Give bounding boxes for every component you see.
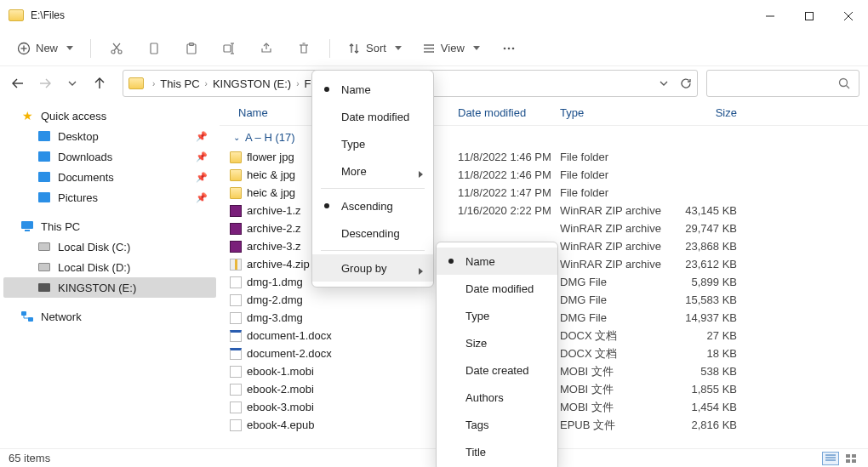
menu-label: Size xyxy=(465,337,487,350)
file-size: 5,899 KB xyxy=(662,276,747,288)
new-button[interactable]: New xyxy=(9,34,82,63)
label: Network xyxy=(41,310,82,323)
rar-icon xyxy=(230,223,242,235)
menu-item[interactable]: Type xyxy=(437,302,557,329)
menu-item[interactable]: Group by xyxy=(312,254,433,282)
file-type: DMG File xyxy=(560,276,662,288)
menu-item[interactable]: More xyxy=(312,157,433,185)
details-view-icon[interactable] xyxy=(822,452,839,465)
dmg-icon xyxy=(230,294,242,306)
doc-icon xyxy=(230,330,242,342)
group-label: A – H (17) xyxy=(245,131,295,144)
sidebar-item[interactable]: Documents📌 xyxy=(3,167,216,187)
chevron-right-icon[interactable]: › xyxy=(294,79,300,88)
file-type: WinRAR ZIP archive xyxy=(560,222,662,235)
chevron-right-icon[interactable]: › xyxy=(203,79,209,88)
svg-rect-26 xyxy=(21,221,33,229)
col-size[interactable]: Size xyxy=(662,106,747,119)
file-type: File folder xyxy=(560,186,662,199)
search-icon xyxy=(838,77,850,89)
sidebar-drive[interactable]: KINGSTON (E:) xyxy=(3,277,216,298)
chevron-down-icon[interactable] xyxy=(660,79,668,88)
sidebar-item[interactable]: Desktop📌 xyxy=(3,126,216,146)
sort-button[interactable]: Sort xyxy=(339,34,410,63)
file-size: 18 KB xyxy=(662,347,747,360)
svg-point-23 xyxy=(512,47,515,49)
svg-rect-28 xyxy=(21,311,26,316)
file-size: 23,612 KB xyxy=(662,258,747,271)
back-button[interactable] xyxy=(9,74,27,93)
sidebar-item[interactable]: Pictures📌 xyxy=(3,187,216,208)
recent-button[interactable] xyxy=(63,74,82,93)
rename-button[interactable] xyxy=(212,34,246,63)
search-input[interactable] xyxy=(706,70,859,97)
sidebar-item[interactable]: Downloads📌 xyxy=(3,146,216,167)
sidebar-drive[interactable]: Local Disk (D:) xyxy=(3,257,216,277)
nav-sidebar: ★Quick access Desktop📌Downloads📌Document… xyxy=(0,100,220,448)
menu-item[interactable]: Authors xyxy=(437,384,557,411)
menu-item[interactable]: Title xyxy=(437,438,557,465)
file-size: 15,583 KB xyxy=(662,293,747,306)
col-type[interactable]: Type xyxy=(560,106,662,119)
view-button[interactable]: View xyxy=(414,34,488,63)
item-count: 65 items xyxy=(9,452,50,464)
more-button[interactable] xyxy=(492,34,526,63)
sidebar-quick-access[interactable]: ★Quick access xyxy=(3,105,216,126)
mobi-icon xyxy=(230,366,242,378)
paste-button[interactable] xyxy=(174,34,208,63)
file-size: 14,937 KB xyxy=(662,311,747,324)
file-size: 43,145 KB xyxy=(662,204,747,217)
file-size: 1,454 KB xyxy=(662,401,747,413)
menu-item[interactable]: Name xyxy=(437,248,557,275)
menu-label: Name xyxy=(341,83,371,96)
window-title: E:\Files xyxy=(31,9,65,21)
file-name: ebook-4.epub xyxy=(247,419,458,431)
view-label: View xyxy=(441,42,465,54)
sidebar-network[interactable]: Network xyxy=(3,306,216,327)
copy-button[interactable] xyxy=(137,34,171,63)
label: Local Disk (C:) xyxy=(58,241,130,253)
file-type: MOBI 文件 xyxy=(560,400,662,415)
sidebar-this-pc[interactable]: This PC xyxy=(3,216,216,236)
menu-label: Date modified xyxy=(341,111,409,123)
folder-icon xyxy=(230,151,242,163)
mobi-icon xyxy=(230,402,242,413)
delete-button[interactable] xyxy=(287,34,321,63)
crumb-drive[interactable]: KINGSTON (E:) xyxy=(209,77,294,90)
menu-item[interactable]: Size xyxy=(437,329,557,356)
cut-button[interactable] xyxy=(100,34,134,63)
share-button[interactable] xyxy=(249,34,283,63)
crumb-this-pc[interactable]: This PC xyxy=(157,77,203,90)
menu-item[interactable]: Name xyxy=(312,76,433,103)
folder-icon xyxy=(37,191,51,203)
chevron-right-icon[interactable]: › xyxy=(151,79,157,88)
close-button[interactable] xyxy=(829,3,868,29)
status-bar: 65 items xyxy=(0,448,868,467)
menu-item[interactable]: Tags xyxy=(437,411,557,438)
minimize-button[interactable] xyxy=(751,3,790,29)
maximize-button[interactable] xyxy=(790,3,829,29)
refresh-icon[interactable] xyxy=(680,77,692,89)
svg-rect-14 xyxy=(224,45,231,52)
menu-label: Ascending xyxy=(341,200,393,213)
thumbnails-view-icon[interactable] xyxy=(842,452,859,465)
file-type: WinRAR ZIP archive xyxy=(560,258,662,271)
menu-item[interactable]: Date created xyxy=(437,356,557,384)
menu-item[interactable]: Ascending xyxy=(312,192,433,219)
sidebar-drive[interactable]: Local Disk (C:) xyxy=(3,236,216,257)
file-date: 11/8/2022 1:46 PM xyxy=(458,168,560,181)
menu-item[interactable]: Descending xyxy=(312,219,433,247)
menu-item[interactable]: Date modified xyxy=(312,103,433,130)
file-size: 2,816 KB xyxy=(662,419,747,431)
label: Documents xyxy=(58,171,114,184)
pin-icon: 📌 xyxy=(196,151,208,162)
menu-label: Date created xyxy=(465,364,528,377)
chevron-down-icon: ⌄ xyxy=(233,133,240,142)
toolbar: New Sort View xyxy=(0,31,868,66)
forward-button[interactable] xyxy=(36,74,54,93)
col-date[interactable]: Date modified xyxy=(458,106,560,119)
label: Quick access xyxy=(41,110,106,122)
menu-item[interactable]: Type xyxy=(312,130,433,157)
menu-item[interactable]: Date modified xyxy=(437,275,557,302)
up-button[interactable] xyxy=(90,74,109,93)
